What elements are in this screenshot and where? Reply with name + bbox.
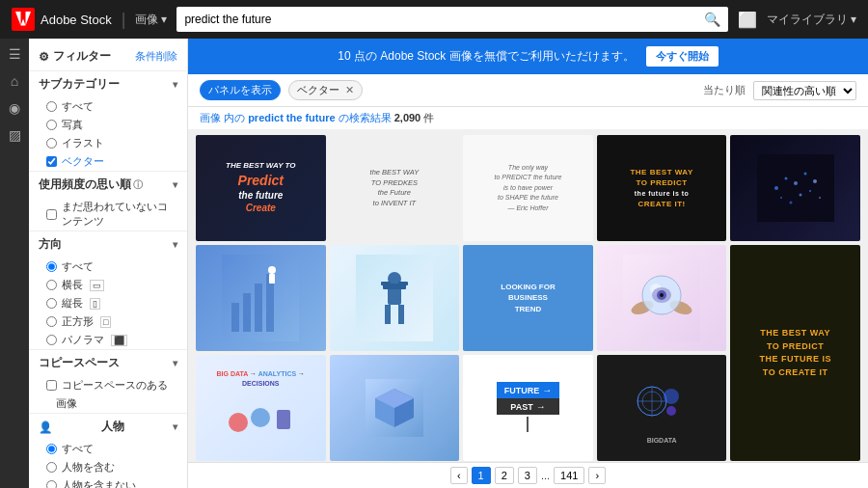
- image-item-1[interactable]: THE BEST WAY TOPredictthe futureCreate: [196, 135, 326, 241]
- subcategory-header[interactable]: サブカテゴリー ▾: [29, 71, 187, 97]
- search-icon[interactable]: ◉: [9, 100, 20, 116]
- category-selector[interactable]: 画像 ▾: [135, 12, 167, 28]
- vector-filter-label: ベクター: [297, 83, 339, 97]
- chevron-icon: ▾: [173, 421, 177, 432]
- portrait-icon: ▯: [90, 298, 100, 310]
- direction-header[interactable]: 方向 ▾: [29, 231, 187, 258]
- panorama-icon: ⬛: [111, 335, 127, 346]
- image-item-3[interactable]: The only wayto PREDICT the futureis to h…: [463, 135, 593, 241]
- mylib-label: マイライブラリ: [767, 12, 848, 28]
- filters-row: パネルを表示 ベクター ✕ 当たり順 関連性の高い順: [188, 74, 868, 107]
- banner-text: 10 点の Adobe Stock 画像を無償でご利用いただけます。: [338, 48, 634, 65]
- image-grid: THE BEST WAY TOPredictthe futureCreate t…: [188, 129, 868, 462]
- landscape-icon: ▭: [90, 280, 104, 291]
- page-3-button[interactable]: 3: [518, 467, 537, 484]
- vector-filter-tag[interactable]: ベクター ✕: [288, 80, 363, 100]
- image-item-5[interactable]: [730, 135, 860, 241]
- subcategory-photo[interactable]: 写真: [29, 116, 187, 134]
- result-count: 2,090 件: [394, 112, 435, 123]
- sidebar-section-copyspace: コピースペース ▾ コピースペースのある 画像: [29, 350, 187, 414]
- remove-filter-icon[interactable]: ✕: [345, 84, 354, 96]
- next-page-button[interactable]: ›: [588, 467, 606, 484]
- search-bar: 🔍: [176, 7, 728, 32]
- filter-icon: ⚙: [39, 50, 49, 64]
- chevron-icon: ▾: [173, 79, 177, 90]
- main-layout: ⚙ フィルター 条件削除 サブカテゴリー ▾ すべて 写真 イラスト: [29, 39, 868, 488]
- subcategory-illustration[interactable]: イラスト: [29, 134, 187, 152]
- direction-all[interactable]: すべて: [29, 258, 187, 276]
- chevron-icon: ▾: [173, 179, 177, 190]
- chevron-down-icon: ▾: [161, 13, 167, 26]
- copyspace-header[interactable]: コピースペース ▾: [29, 350, 187, 376]
- home-icon[interactable]: ⌂: [11, 73, 18, 89]
- last-page-button[interactable]: 141: [554, 467, 584, 484]
- image-icon[interactable]: ▨: [9, 127, 21, 143]
- pagination: ‹ 1 2 3 ... 141 ›: [188, 462, 868, 488]
- image-item-12[interactable]: [330, 355, 460, 461]
- image-item-9[interactable]: [597, 245, 727, 351]
- sort-select[interactable]: 関連性の高い順: [753, 81, 856, 100]
- people-include[interactable]: 人物を含む: [29, 458, 187, 476]
- square-icon: □: [100, 316, 111, 328]
- image-item-14[interactable]: BIGDATA: [597, 355, 727, 461]
- image-item-6[interactable]: [196, 245, 326, 351]
- image-item-10[interactable]: THE BEST WAYTO PREDICTTHE FUTURE ISTO CR…: [730, 245, 860, 461]
- left-sidebar-icons: ☰ ⌂ ◉ ▨: [0, 39, 29, 488]
- banner-cta-button[interactable]: 今すぐ開始: [646, 46, 719, 67]
- my-library-button[interactable]: マイライブラリ ▾: [767, 12, 856, 28]
- category-label: 画像: [135, 12, 158, 28]
- menu-icon[interactable]: ☰: [9, 46, 21, 62]
- sidebar-section-people: 👤 人物 ▾ すべて 人物を含む 人物を含まない: [29, 414, 187, 488]
- usage-header[interactable]: 使用頻度の思い順 ⓘ ▾: [29, 172, 187, 198]
- pagination-ellipsis: ...: [541, 470, 550, 481]
- panel-toggle-tag[interactable]: パネルを表示: [200, 80, 281, 100]
- header: Adobe Stock | 画像 ▾ 🔍 ⬜ マイライブラリ ▾: [0, 0, 868, 39]
- copyspace-has[interactable]: コピースペースのある: [29, 376, 187, 394]
- filter-label: ⚙ フィルター: [39, 48, 111, 65]
- search-button[interactable]: 🔍: [704, 12, 720, 27]
- direction-landscape[interactable]: 横長 ▭: [29, 276, 187, 294]
- sidebar-section-subcategory: サブカテゴリー ▾ すべて 写真 イラスト ベクター: [29, 71, 187, 172]
- image-item-8[interactable]: LOOKING FORBUSINESSTREND: [463, 245, 593, 351]
- result-info: 画像 内の predict the future の検索結果 2,090 件: [188, 107, 868, 129]
- panel-toggle-label: パネルを表示: [208, 83, 272, 97]
- prev-page-button[interactable]: ‹: [450, 467, 468, 484]
- content-area: 10 点の Adobe Stock 画像を無償でご利用いただけます。 今すぐ開始…: [188, 39, 868, 488]
- promo-banner: 10 点の Adobe Stock 画像を無償でご利用いただけます。 今すぐ開始: [188, 39, 868, 74]
- header-divider: |: [122, 10, 126, 30]
- image-item-4[interactable]: THE BEST WAYTO PREDICTthe future is toCR…: [597, 135, 727, 241]
- adobe-stock-logo: Adobe Stock: [12, 8, 112, 31]
- sidebar-section-usage: 使用頻度の思い順 ⓘ ▾ まだ思われていないコンテンツ: [29, 172, 187, 231]
- image-item-7[interactable]: [330, 245, 460, 351]
- people-header[interactable]: 👤 人物 ▾: [29, 414, 187, 440]
- clear-conditions-button[interactable]: 条件削除: [135, 49, 177, 64]
- header-right: ⬜ マイライブラリ ▾: [738, 11, 856, 29]
- subcategory-all[interactable]: すべて: [29, 97, 187, 116]
- chevron-down-icon-2: ▾: [851, 13, 856, 26]
- direction-panorama[interactable]: パノラマ ⬛: [29, 331, 187, 349]
- page-2-button[interactable]: 2: [495, 467, 514, 484]
- sidebar-section-direction: 方向 ▾ すべて 横長 ▭ 縦長 ▯ 正方形 □: [29, 231, 187, 350]
- image-item-2[interactable]: the BEST WAYTO PREDKESthe Futureto INVEN…: [330, 135, 460, 241]
- people-all[interactable]: すべて: [29, 440, 187, 458]
- image-item-11[interactable]: BIG DATA → ANALYTICS → DECISIONS: [196, 355, 326, 461]
- usage-unused[interactable]: まだ思われていないコンテンツ: [29, 198, 187, 230]
- subcategory-vector[interactable]: ベクター: [29, 152, 187, 171]
- sidebar-header: ⚙ フィルター 条件削除: [29, 44, 187, 71]
- people-exclude[interactable]: 人物を含まない: [29, 476, 187, 488]
- page-1-button[interactable]: 1: [472, 467, 491, 484]
- sidebar: ⚙ フィルター 条件削除 サブカテゴリー ▾ すべて 写真 イラスト: [29, 39, 188, 488]
- direction-square[interactable]: 正方形 □: [29, 312, 187, 331]
- direction-portrait[interactable]: 縦長 ▯: [29, 294, 187, 312]
- result-suffix: の検索結果: [339, 112, 394, 123]
- search-input[interactable]: [184, 13, 698, 26]
- image-item-13[interactable]: FUTURE → PAST →: [463, 355, 593, 461]
- chevron-icon: ▾: [173, 239, 177, 250]
- chevron-icon: ▾: [173, 358, 177, 368]
- adobe-icon: [12, 8, 35, 31]
- camera-icon[interactable]: ⬜: [738, 11, 757, 29]
- logo-text: Adobe Stock: [41, 13, 112, 27]
- copyspace-image[interactable]: 画像: [29, 394, 187, 413]
- sort-label: 当たり順: [703, 83, 746, 97]
- result-prefix: 画像 内の: [200, 112, 245, 123]
